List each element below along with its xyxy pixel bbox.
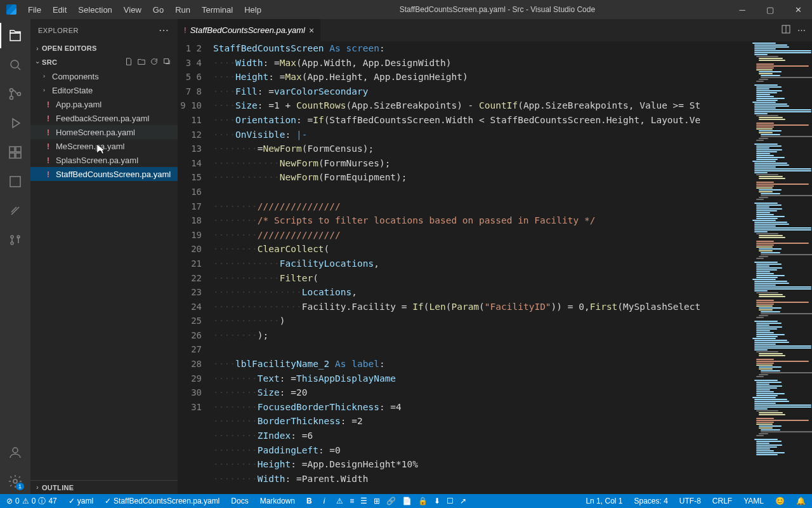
svg-rect-5 <box>16 147 21 152</box>
yaml-icon: ! <box>43 100 53 109</box>
outline-section[interactable]: › OUTLINE <box>30 480 178 494</box>
title-bar: FileEditSelectionViewGoRunTerminalHelp S… <box>0 0 812 19</box>
close-tab-icon[interactable]: × <box>309 25 314 36</box>
file-app-pa-yaml[interactable]: !App.pa.yaml <box>30 97 178 111</box>
status-encoding[interactable]: UTF-8 <box>677 497 704 505</box>
code-content[interactable]: StaffBedCountsScreen As screen: ····Widt… <box>213 41 751 494</box>
yaml-icon: ! <box>184 25 187 35</box>
activity-bar: 1 <box>0 19 30 494</box>
chevron-right-icon: › <box>33 45 42 52</box>
chevron-down-icon: › <box>34 58 41 67</box>
status-yaml-check[interactable]: ✓yaml <box>66 497 96 505</box>
svg-point-3 <box>18 93 21 96</box>
menu-go[interactable]: Go <box>148 3 169 17</box>
window-title: StaffBedCountsScreen.pa.yaml - Src - Vis… <box>266 5 728 14</box>
menu-run[interactable]: Run <box>170 3 195 17</box>
tab-active[interactable]: ! StaffBedCountsScreen.pa.yaml × <box>178 19 321 41</box>
yaml-icon: ! <box>43 170 53 179</box>
explorer-sidebar: EXPLORER ⋯ › OPEN EDITORS › SRC ›Compone… <box>30 19 178 494</box>
file-splashscreen-pa-yaml[interactable]: !SplashScreen.pa.yaml <box>30 153 178 167</box>
status-markdown[interactable]: Markdown <box>258 497 298 505</box>
file-tree: ›Components›EditorState!App.pa.yaml!Feed… <box>30 69 178 181</box>
explorer-icon[interactable] <box>0 23 30 48</box>
sidebar-extra-1-icon[interactable] <box>0 169 30 194</box>
open-editors-section[interactable]: › OPEN EDITORS <box>30 41 178 55</box>
new-file-icon[interactable] <box>124 57 133 67</box>
yaml-icon: ! <box>43 114 53 123</box>
menu-selection[interactable]: Selection <box>73 3 117 17</box>
minimap[interactable] <box>751 41 812 494</box>
svg-point-13 <box>13 479 17 483</box>
explorer-title: EXPLORER <box>38 27 79 34</box>
account-icon[interactable] <box>0 439 30 465</box>
file-components[interactable]: ›Components <box>30 69 178 83</box>
tab-label: StaffBedCountsScreen.pa.yaml <box>190 25 305 35</box>
maximize-button[interactable]: ▢ <box>756 0 784 19</box>
yaml-icon: ! <box>43 128 53 137</box>
status-bar: ⊘0 ⚠0 ⓘ47 ✓yaml ✓StaffBedCountsScreen.pa… <box>0 494 812 508</box>
explorer-more-icon[interactable]: ⋯ <box>159 24 170 36</box>
editor-area: ! StaffBedCountsScreen.pa.yaml × ⋯ 1 2 3… <box>178 19 812 494</box>
chevron-right-icon: › <box>43 73 52 79</box>
status-docs[interactable]: Docs <box>228 497 251 505</box>
menu-edit[interactable]: Edit <box>48 3 72 17</box>
svg-rect-6 <box>10 153 15 158</box>
file-feedbackscreen-pa-yaml[interactable]: !FeedbackScreen.pa.yaml <box>30 111 178 125</box>
tab-bar: ! StaffBedCountsScreen.pa.yaml × ⋯ <box>178 19 812 41</box>
window-controls: ─ ▢ ✕ <box>728 0 812 19</box>
svg-point-12 <box>13 448 18 453</box>
line-gutter: 1 2 3 4 5 6 7 8 9 10 11 12 13 14 15 16 1… <box>178 41 213 494</box>
status-problems[interactable]: ⊘0 ⚠0 ⓘ47 <box>4 496 60 507</box>
status-file[interactable]: ✓StaffBedCountsScreen.pa.yaml <box>102 497 222 505</box>
source-control-icon[interactable] <box>0 81 30 107</box>
menu-terminal[interactable]: Terminal <box>197 3 238 17</box>
file-editorstate[interactable]: ›EditorState <box>30 83 178 97</box>
minimize-button[interactable]: ─ <box>728 0 756 19</box>
menu-file[interactable]: File <box>23 3 46 17</box>
svg-point-9 <box>11 236 13 238</box>
svg-point-0 <box>11 60 18 68</box>
search-icon[interactable] <box>0 52 30 77</box>
status-lang[interactable]: YAML <box>741 497 766 505</box>
svg-rect-4 <box>10 147 15 152</box>
svg-point-10 <box>11 242 13 244</box>
run-debug-icon[interactable] <box>0 110 30 136</box>
refresh-icon[interactable] <box>150 57 159 67</box>
yaml-icon: ! <box>43 156 53 165</box>
new-folder-icon[interactable] <box>137 57 146 67</box>
editor-more-icon[interactable]: ⋯ <box>797 25 806 35</box>
status-eol[interactable]: CRLF <box>710 497 735 505</box>
svg-rect-8 <box>10 177 20 187</box>
split-editor-icon[interactable] <box>781 24 791 36</box>
menu-view[interactable]: View <box>119 3 147 17</box>
status-position[interactable]: Ln 1, Col 1 <box>583 497 625 505</box>
svg-point-1 <box>10 89 13 92</box>
folder-section[interactable]: › SRC <box>30 55 178 69</box>
code-area[interactable]: 1 2 3 4 5 6 7 8 9 10 11 12 13 14 15 16 1… <box>178 41 812 494</box>
status-bell-icon[interactable]: 🔔 <box>794 497 808 505</box>
chevron-right-icon: › <box>43 87 52 93</box>
extensions-icon[interactable] <box>0 140 30 165</box>
chevron-right-icon: › <box>33 484 42 491</box>
svg-point-2 <box>10 97 13 100</box>
sidebar-extra-2-icon[interactable] <box>0 198 30 224</box>
status-feedback-icon[interactable]: 😊 <box>773 497 787 505</box>
menu-help[interactable]: Help <box>239 3 266 17</box>
sidebar-extra-3-icon[interactable] <box>0 227 30 253</box>
status-spaces[interactable]: Spaces: 4 <box>631 497 670 505</box>
svg-rect-14 <box>164 59 169 64</box>
collapse-all-icon[interactable] <box>162 57 171 67</box>
settings-icon[interactable]: 1 <box>0 469 30 494</box>
menu-bar: FileEditSelectionViewGoRunTerminalHelp <box>23 3 266 17</box>
status-italic[interactable]: i <box>321 497 328 505</box>
vscode-logo-icon <box>6 4 16 15</box>
close-button[interactable]: ✕ <box>784 0 812 19</box>
file-homescreen-pa-yaml[interactable]: !HomeScreen.pa.yaml <box>30 125 178 139</box>
file-staffbedcountsscreen-pa-yaml[interactable]: !StaffBedCountsScreen.pa.yaml <box>30 167 178 181</box>
svg-rect-7 <box>16 153 21 158</box>
file-mescreen-pa-yaml[interactable]: !MeScreen.pa.yaml <box>30 139 178 153</box>
yaml-icon: ! <box>43 142 53 151</box>
status-bold[interactable]: B <box>304 497 315 505</box>
status-icons[interactable]: ⚠≡☰⊞🔗📄🔒⬇☐↗ <box>334 497 469 505</box>
settings-badge: 1 <box>16 483 24 490</box>
